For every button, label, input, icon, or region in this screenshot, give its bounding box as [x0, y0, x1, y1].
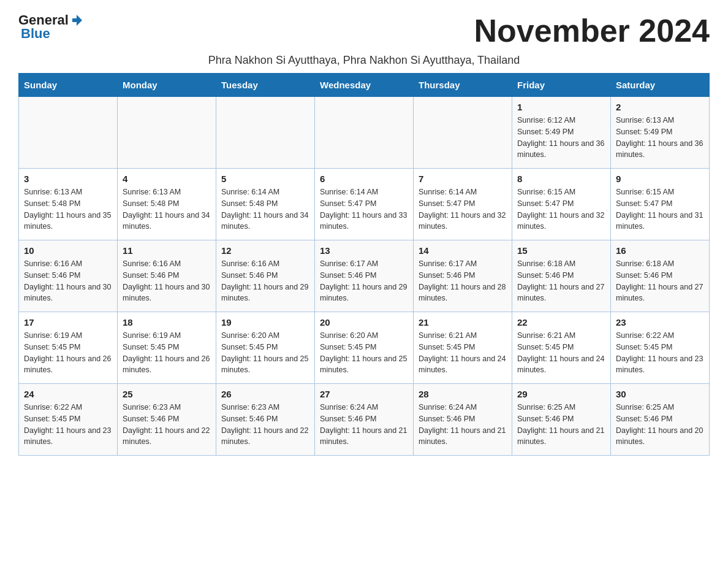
day-number: 17: [24, 317, 112, 327]
day-info: Sunrise: 6:16 AM Sunset: 5:46 PM Dayligh…: [123, 258, 211, 304]
day-number: 9: [616, 174, 704, 184]
day-info: Sunrise: 6:16 AM Sunset: 5:46 PM Dayligh…: [24, 258, 112, 304]
calendar-cell: 12Sunrise: 6:16 AM Sunset: 5:46 PM Dayli…: [216, 240, 315, 312]
day-number: 24: [24, 389, 112, 399]
day-number: 12: [221, 245, 309, 256]
day-number: 20: [320, 317, 408, 327]
calendar-cell: [19, 97, 118, 169]
day-info: Sunrise: 6:17 AM Sunset: 5:46 PM Dayligh…: [320, 258, 408, 304]
day-info: Sunrise: 6:21 AM Sunset: 5:45 PM Dayligh…: [419, 330, 507, 376]
day-info: Sunrise: 6:15 AM Sunset: 5:47 PM Dayligh…: [517, 186, 605, 232]
day-number: 8: [517, 174, 605, 184]
calendar-cell: 16Sunrise: 6:18 AM Sunset: 5:46 PM Dayli…: [611, 240, 710, 312]
day-number: 13: [320, 245, 408, 256]
day-number: 3: [24, 174, 112, 184]
col-header-monday: Monday: [118, 74, 216, 97]
calendar-cell: 11Sunrise: 6:16 AM Sunset: 5:46 PM Dayli…: [118, 240, 216, 312]
calendar-subtitle: Phra Nakhon Si Ayutthaya, Phra Nakhon Si…: [18, 54, 710, 67]
day-info: Sunrise: 6:17 AM Sunset: 5:46 PM Dayligh…: [419, 258, 507, 304]
day-info: Sunrise: 6:13 AM Sunset: 5:49 PM Dayligh…: [616, 115, 704, 161]
col-header-sunday: Sunday: [19, 74, 118, 97]
calendar-cell: 8Sunrise: 6:15 AM Sunset: 5:47 PM Daylig…: [512, 169, 611, 240]
day-number: 1: [517, 102, 605, 112]
calendar-cell: 4Sunrise: 6:13 AM Sunset: 5:48 PM Daylig…: [118, 169, 216, 240]
day-number: 27: [320, 389, 408, 399]
day-info: Sunrise: 6:14 AM Sunset: 5:47 PM Dayligh…: [320, 186, 408, 232]
day-number: 18: [123, 317, 211, 327]
calendar-cell: 18Sunrise: 6:19 AM Sunset: 5:45 PM Dayli…: [118, 312, 216, 384]
calendar-cell: 3Sunrise: 6:13 AM Sunset: 5:48 PM Daylig…: [19, 169, 118, 240]
day-info: Sunrise: 6:13 AM Sunset: 5:48 PM Dayligh…: [123, 186, 211, 232]
calendar-week-row: 10Sunrise: 6:16 AM Sunset: 5:46 PM Dayli…: [19, 240, 710, 312]
calendar-cell: 6Sunrise: 6:14 AM Sunset: 5:47 PM Daylig…: [315, 169, 414, 240]
day-number: 11: [123, 245, 211, 256]
day-number: 16: [616, 245, 704, 256]
day-info: Sunrise: 6:23 AM Sunset: 5:46 PM Dayligh…: [221, 402, 309, 448]
day-info: Sunrise: 6:25 AM Sunset: 5:46 PM Dayligh…: [517, 402, 605, 448]
day-info: Sunrise: 6:13 AM Sunset: 5:48 PM Dayligh…: [24, 186, 112, 232]
calendar-cell: 24Sunrise: 6:22 AM Sunset: 5:45 PM Dayli…: [19, 384, 118, 456]
day-info: Sunrise: 6:19 AM Sunset: 5:45 PM Dayligh…: [24, 330, 112, 376]
day-number: 5: [221, 174, 309, 184]
day-info: Sunrise: 6:12 AM Sunset: 5:49 PM Dayligh…: [517, 115, 605, 161]
day-number: 2: [616, 102, 704, 112]
svg-marker-0: [72, 15, 82, 26]
day-number: 21: [419, 317, 507, 327]
day-info: Sunrise: 6:18 AM Sunset: 5:46 PM Dayligh…: [616, 258, 704, 304]
col-header-thursday: Thursday: [414, 74, 512, 97]
day-info: Sunrise: 6:14 AM Sunset: 5:47 PM Dayligh…: [419, 186, 507, 232]
logo-flag-icon: [70, 13, 83, 27]
day-number: 29: [517, 389, 605, 399]
calendar-header-row: SundayMondayTuesdayWednesdayThursdayFrid…: [19, 74, 710, 97]
calendar-cell: 28Sunrise: 6:24 AM Sunset: 5:46 PM Dayli…: [414, 384, 512, 456]
day-info: Sunrise: 6:14 AM Sunset: 5:48 PM Dayligh…: [221, 186, 309, 232]
day-info: Sunrise: 6:16 AM Sunset: 5:46 PM Dayligh…: [221, 258, 309, 304]
day-number: 4: [123, 174, 211, 184]
day-number: 6: [320, 174, 408, 184]
day-info: Sunrise: 6:22 AM Sunset: 5:45 PM Dayligh…: [24, 402, 112, 448]
col-header-saturday: Saturday: [611, 74, 710, 97]
calendar-cell: 5Sunrise: 6:14 AM Sunset: 5:48 PM Daylig…: [216, 169, 315, 240]
calendar-cell: 2Sunrise: 6:13 AM Sunset: 5:49 PM Daylig…: [611, 97, 710, 169]
day-number: 22: [517, 317, 605, 327]
calendar-week-row: 1Sunrise: 6:12 AM Sunset: 5:49 PM Daylig…: [19, 97, 710, 169]
day-number: 15: [517, 245, 605, 256]
calendar-cell: [315, 97, 414, 169]
day-info: Sunrise: 6:19 AM Sunset: 5:45 PM Dayligh…: [123, 330, 211, 376]
calendar-cell: 19Sunrise: 6:20 AM Sunset: 5:45 PM Dayli…: [216, 312, 315, 384]
day-info: Sunrise: 6:22 AM Sunset: 5:45 PM Dayligh…: [616, 330, 704, 376]
header: General Blue November 2024: [18, 12, 710, 49]
calendar-cell: 29Sunrise: 6:25 AM Sunset: 5:46 PM Dayli…: [512, 384, 611, 456]
day-number: 23: [616, 317, 704, 327]
logo-blue-text: Blue: [21, 26, 50, 42]
day-number: 7: [419, 174, 507, 184]
day-number: 30: [616, 389, 704, 399]
col-header-wednesday: Wednesday: [315, 74, 414, 97]
day-info: Sunrise: 6:23 AM Sunset: 5:46 PM Dayligh…: [123, 402, 211, 448]
day-number: 14: [419, 245, 507, 256]
calendar-cell: 10Sunrise: 6:16 AM Sunset: 5:46 PM Dayli…: [19, 240, 118, 312]
calendar-cell: 26Sunrise: 6:23 AM Sunset: 5:46 PM Dayli…: [216, 384, 315, 456]
calendar-cell: 21Sunrise: 6:21 AM Sunset: 5:45 PM Dayli…: [414, 312, 512, 384]
day-number: 25: [123, 389, 211, 399]
calendar-cell: [414, 97, 512, 169]
logo: General Blue: [18, 12, 83, 42]
day-info: Sunrise: 6:18 AM Sunset: 5:46 PM Dayligh…: [517, 258, 605, 304]
calendar-table: SundayMondayTuesdayWednesdayThursdayFrid…: [18, 73, 710, 456]
calendar-cell: 9Sunrise: 6:15 AM Sunset: 5:47 PM Daylig…: [611, 169, 710, 240]
calendar-cell: 27Sunrise: 6:24 AM Sunset: 5:46 PM Dayli…: [315, 384, 414, 456]
day-number: 10: [24, 245, 112, 256]
calendar-cell: 7Sunrise: 6:14 AM Sunset: 5:47 PM Daylig…: [414, 169, 512, 240]
calendar-cell: 1Sunrise: 6:12 AM Sunset: 5:49 PM Daylig…: [512, 97, 611, 169]
calendar-cell: 22Sunrise: 6:21 AM Sunset: 5:45 PM Dayli…: [512, 312, 611, 384]
calendar-week-row: 24Sunrise: 6:22 AM Sunset: 5:45 PM Dayli…: [19, 384, 710, 456]
col-header-friday: Friday: [512, 74, 611, 97]
day-info: Sunrise: 6:21 AM Sunset: 5:45 PM Dayligh…: [517, 330, 605, 376]
calendar-cell: 13Sunrise: 6:17 AM Sunset: 5:46 PM Dayli…: [315, 240, 414, 312]
calendar-week-row: 17Sunrise: 6:19 AM Sunset: 5:45 PM Dayli…: [19, 312, 710, 384]
calendar-week-row: 3Sunrise: 6:13 AM Sunset: 5:48 PM Daylig…: [19, 169, 710, 240]
day-number: 19: [221, 317, 309, 327]
day-info: Sunrise: 6:25 AM Sunset: 5:46 PM Dayligh…: [616, 402, 704, 448]
calendar-cell: 30Sunrise: 6:25 AM Sunset: 5:46 PM Dayli…: [611, 384, 710, 456]
calendar-cell: 14Sunrise: 6:17 AM Sunset: 5:46 PM Dayli…: [414, 240, 512, 312]
